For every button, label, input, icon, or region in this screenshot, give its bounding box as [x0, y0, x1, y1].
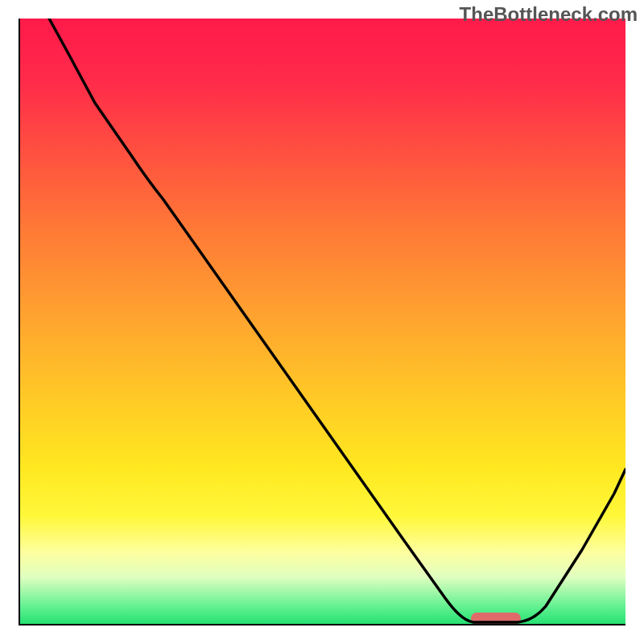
bottleneck-curve	[19, 19, 625, 625]
curve-path	[49, 19, 625, 622]
watermark-text: TheBottleneck.com	[460, 3, 638, 26]
chart-container: TheBottleneck.com	[0, 0, 644, 644]
